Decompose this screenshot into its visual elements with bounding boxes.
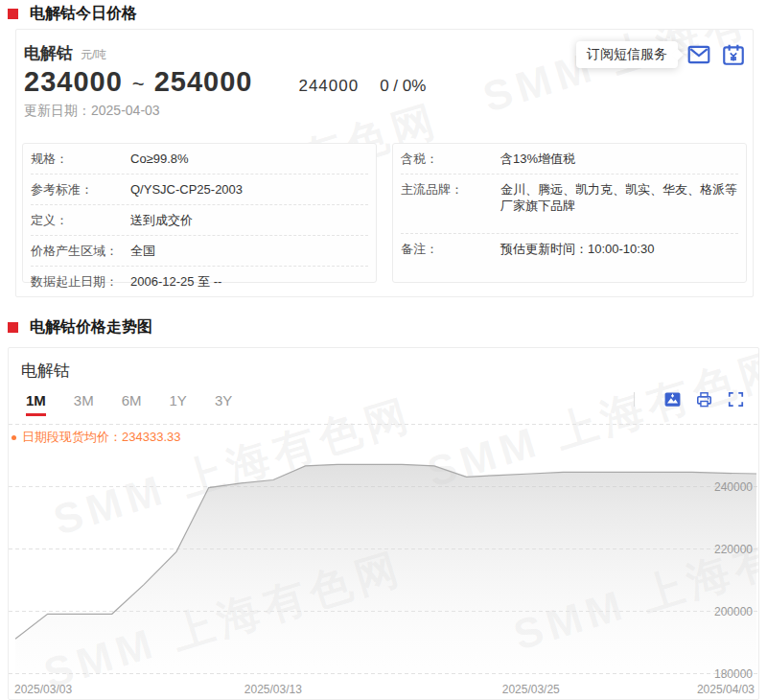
- product-row: 电解钴 元/吨: [24, 42, 106, 64]
- spec-row: 数据起止日期：2006-12-25 至 --: [31, 267, 368, 296]
- spec-row: 定义：送到成交价: [31, 205, 368, 236]
- spec-value: 预估更新时间：10:00-10:30: [500, 241, 738, 258]
- spec-label: 主流品牌：: [401, 181, 500, 214]
- toolbar-divider: [634, 392, 635, 407]
- price-row: 234000 ~ 254000 244000 0 / 0%: [24, 66, 426, 98]
- spec-value: 含13%增值税: [500, 151, 738, 168]
- mail-icon: [686, 42, 711, 67]
- spec-label: 参考标准：: [31, 181, 130, 198]
- y-axis-label: 220000: [714, 543, 753, 556]
- y-axis-label: 180000: [714, 667, 753, 681]
- spec-row: 含税：含13%增值税: [401, 144, 738, 175]
- spec-label: 定义：: [31, 212, 130, 229]
- spec-value: 2006-12-25 至 --: [130, 273, 368, 291]
- chart-toolbar: [634, 390, 745, 408]
- chart-title: 电解钴: [21, 360, 70, 382]
- spec-row: 备注：预估更新时间：10:00-10:30: [401, 234, 738, 264]
- y-axis-label: 240000: [714, 480, 753, 494]
- tab-1y[interactable]: 1Y: [170, 392, 187, 416]
- spec-label: 价格产生区域：: [31, 243, 130, 260]
- red-square-bullet-icon: [8, 322, 18, 333]
- price-tilde: ~: [132, 72, 145, 97]
- subscribe-row: 订阅短信服务: [576, 41, 747, 68]
- price-trend-chart[interactable]: 2400002200002000001800002025/03/032025/0…: [9, 424, 759, 700]
- legend-text: 日期段现货均价：234333.33: [22, 429, 180, 446]
- save-image-icon[interactable]: [663, 390, 682, 408]
- x-axis-label: 2025/03/13: [244, 683, 302, 696]
- price-high: 254000: [154, 66, 253, 98]
- sms-subscribe-tooltip: 订阅短信服务: [576, 41, 678, 68]
- print-icon[interactable]: [695, 390, 713, 408]
- spec-table-left: 规格：Co≥99.8%参考标准：Q/YSJC-CP25-2003定义：送到成交价…: [22, 143, 377, 283]
- spec-row: 价格产生区域：全国: [31, 236, 368, 267]
- spec-table-right: 含税：含13%增值税主流品牌：金川、腾远、凯力克、凯实、华友、格派等厂家旗下品牌…: [392, 143, 747, 283]
- spec-label: 备注：: [401, 241, 500, 258]
- x-axis-label: 2025/04/03: [697, 683, 755, 696]
- price-low: 234000: [24, 66, 123, 98]
- spec-value: 金川、腾远、凯力克、凯实、华友、格派等厂家旗下品牌: [500, 181, 738, 214]
- period-tabs: 1M3M6M1Y3Y: [26, 392, 260, 416]
- spec-label: 含税：: [401, 151, 500, 168]
- spec-label: 规格：: [31, 151, 130, 168]
- spec-label: 数据起止日期：: [31, 273, 130, 291]
- subscribe-mail-button[interactable]: [686, 41, 712, 68]
- update-date: 更新日期：2025-04-03: [24, 103, 160, 120]
- price-alert-button[interactable]: [720, 41, 747, 68]
- product-name: 电解钴: [24, 42, 73, 64]
- fullscreen-icon[interactable]: [727, 390, 745, 408]
- price-average: 244000: [298, 77, 359, 96]
- section-title-trend-chart: 电解钴价格走势图: [8, 317, 152, 338]
- product-unit: 元/吨: [81, 47, 106, 63]
- x-axis-label: 2025/03/03: [14, 683, 72, 696]
- price-change: 0 / 0%: [380, 77, 426, 96]
- spec-value: Co≥99.8%: [130, 151, 368, 168]
- tab-1m[interactable]: 1M: [26, 392, 46, 416]
- tab-6m[interactable]: 6M: [122, 392, 142, 416]
- chart-legend: 日期段现货均价：234333.33: [12, 429, 180, 446]
- section-title-today-price: 电解钴今日价格: [8, 4, 137, 24]
- tab-3y[interactable]: 3Y: [215, 392, 232, 416]
- page: 电解钴今日价格 SMM 上海有色网 SMM 上海有色网 电解钴 元/吨 2340…: [0, 0, 767, 700]
- area-fill: [15, 464, 756, 673]
- red-square-bullet-icon: [8, 9, 18, 19]
- spec-value: Q/YSJC-CP25-2003: [130, 181, 368, 198]
- y-axis-label: 200000: [714, 605, 753, 618]
- spec-value: 送到成交价: [130, 212, 368, 229]
- legend-dot-icon: [12, 435, 16, 440]
- price-card: SMM 上海有色网 SMM 上海有色网 电解钴 元/吨 234000 ~ 254…: [15, 29, 754, 297]
- section-title-text: 电解钴今日价格: [30, 4, 137, 24]
- spec-row: 参考标准：Q/YSJC-CP25-2003: [31, 175, 368, 205]
- tab-3m[interactable]: 3M: [74, 392, 94, 416]
- x-axis-label: 2025/03/25: [502, 683, 560, 696]
- spec-row: 规格：Co≥99.8%: [31, 144, 368, 175]
- section-title-text: 电解钴价格走势图: [30, 317, 152, 338]
- spec-tables: 规格：Co≥99.8%参考标准：Q/YSJC-CP25-2003定义：送到成交价…: [22, 143, 747, 283]
- chart-card: SMM 上海有色网 SMM 上海有色网 SMM 上海有色网 SMM 上海有色网 …: [8, 347, 759, 700]
- spec-row: 主流品牌：金川、腾远、凯力克、凯实、华友、格派等厂家旗下品牌: [401, 175, 738, 234]
- spec-value: 全国: [130, 243, 368, 260]
- yuan-calendar-icon: [721, 42, 746, 67]
